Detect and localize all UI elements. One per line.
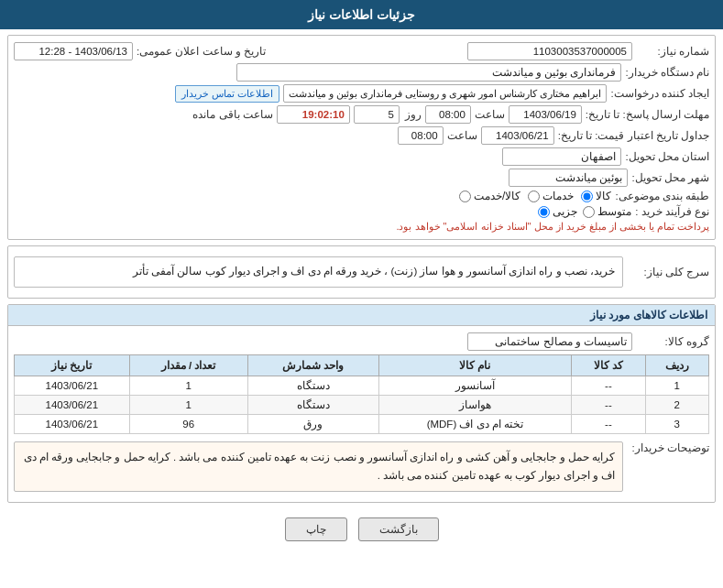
noue-motovaset-label: متوسط — [597, 205, 631, 218]
mohlat-baqi-label: ساعت باقی مانده — [192, 108, 272, 121]
row-ostan: استان محل تحویل: اصفهان — [14, 147, 709, 166]
ettelaat-section: اطلاعات کالاهای مورد نیاز گروه کالا: تاس… — [7, 304, 716, 503]
row-sarj: سرج کلی نیاز: خرید، نصب و راه اندازی آسا… — [14, 253, 709, 291]
radio-khadamat[interactable] — [528, 191, 540, 202]
radio-kala-khadamat[interactable] — [459, 191, 471, 202]
ostan-value: اصفهان — [502, 147, 621, 166]
row-shahr: شهر محل تحویل: بوئین میاندشت — [14, 169, 709, 187]
radio-motovaset[interactable] — [583, 206, 595, 218]
mohlat-baqi: 19:02:10 — [277, 105, 350, 124]
table-row: 2--هواسازدستگاه11403/06/21 — [15, 395, 709, 414]
mohlat-roz: 5 — [354, 105, 400, 124]
print-button[interactable]: چاپ — [285, 517, 347, 541]
jadeol-label: جداول تاریخ اعتبار قیمت: تا تاریخ: — [558, 129, 709, 142]
ijad-konande-value: ابراهیم مختاری کارشناس امور شهری و روستا… — [283, 84, 608, 103]
page-container: جزئیات اطلاعات نیاز شماره نیاز: 11030035… — [0, 0, 723, 588]
radio-khadamat-label: خدمات — [542, 190, 574, 202]
row-grooh: گروه کالا: تاسیسات و مصالح ساختمانی — [14, 332, 709, 351]
col-tarikh: تاریخ نیاز — [15, 354, 130, 376]
jadeol-date: 1403/06/21 — [481, 126, 554, 145]
sarj-value: خرید، نصب و راه اندازی آسانسور و هوا ساز… — [14, 256, 623, 288]
tarikh-value: 1403/06/13 - 12:28 — [14, 42, 133, 60]
back-button[interactable]: بازگشت — [358, 517, 439, 541]
grooh-value: تاسیسات و مصالح ساختمانی — [467, 332, 632, 351]
table-row: 3--تخته ام دی اف (MDF)ورق961403/06/21 — [15, 414, 709, 433]
saet-label: ساعت — [475, 108, 505, 121]
radio-kala[interactable] — [581, 191, 593, 202]
sarj-label: سرج کلی نیاز: — [627, 266, 709, 278]
radio-jozii[interactable] — [538, 206, 550, 218]
radio-khadamat-item: خدمات — [528, 190, 574, 202]
nam-dastgah-label: نام دستگاه خریدار: — [625, 66, 709, 79]
noue-motovaset-item: متوسط — [583, 205, 631, 218]
shahr-value: بوئین میاندشت — [509, 169, 628, 187]
row-tozihaat: توضیحات خریدار: کرایه حمل و جابجایی و آه… — [14, 438, 709, 495]
mohlat-label: مهلت ارسال پاسخ: تا تاریخ: — [586, 108, 709, 121]
kala-table-wrap: ردیف کد کالا نام کالا واحد شمارش تعداد /… — [14, 354, 709, 434]
jadeol-saet: 08:00 — [398, 126, 444, 145]
ettelaat-tamas-button[interactable]: اطلاعات تماس خریدار — [175, 85, 279, 103]
shahr-label: شهر محل تحویل: — [631, 171, 709, 184]
mohlat-date: 1403/06/19 — [509, 105, 582, 124]
tozihaat-label: توضیحات خریدار: — [627, 438, 709, 454]
row-tabaqa: طبقه بندی موضوعی: کالا/خدمت خدمات کالا — [14, 190, 709, 202]
noue-options: متوسط جزیی — [538, 205, 631, 218]
radio-kala-label: کالا — [596, 190, 611, 202]
table-row: 1--آسانسوردستگاه11403/06/21 — [15, 376, 709, 395]
ettelaat-title: اطلاعات کالاهای مورد نیاز — [8, 305, 715, 326]
col-name: نام کالا — [378, 354, 572, 376]
page-header: جزئیات اطلاعات نیاز — [0, 0, 723, 29]
tarikh-label: تاریخ و ساعت اعلان عمومی: — [137, 45, 266, 58]
kala-table: ردیف کد کالا نام کالا واحد شمارش تعداد /… — [14, 354, 709, 434]
noue-jozii-label: جزیی — [553, 205, 577, 218]
col-radif: ردیف — [645, 354, 708, 376]
page-title: جزئیات اطلاعات نیاز — [308, 7, 415, 22]
main-section: شماره نیاز: 1103003537000005 تاریخ و ساع… — [7, 35, 716, 240]
noue-jozii-item: جزیی — [538, 205, 577, 218]
radio-kala-item: کالا — [581, 190, 611, 202]
col-vahed: واحد شمارش — [247, 354, 378, 376]
col-tedad: تعداد / مقدار — [129, 354, 247, 376]
shomara-label: شماره نیاز: — [636, 45, 709, 58]
row-ijad-konande: ایجاد کننده درخواست: ابراهیم مختاری کارش… — [14, 84, 709, 103]
roz-label: روز — [403, 108, 422, 121]
row-noue-farayand: نوع فرآیند خرید : متوسط جزیی — [14, 205, 709, 218]
tabaqa-radio-group: کالا/خدمت خدمات کالا — [459, 190, 611, 202]
tozihaat-value: کرایه حمل و جابجایی و آهن کشی و راه اندا… — [14, 441, 623, 492]
form-fields: شماره نیاز: 1103003537000005 تاریخ و ساع… — [8, 36, 715, 239]
ostan-label: استان محل تحویل: — [625, 150, 709, 163]
col-kod: کد کالا — [572, 354, 645, 376]
shomara-value: 1103003537000005 — [467, 42, 632, 60]
grooh-label: گروه کالا: — [636, 335, 709, 348]
mohlat-saet: 08:00 — [425, 105, 471, 124]
sarj-section: سرج کلی نیاز: خرید، نصب و راه اندازی آسا… — [7, 245, 716, 299]
row-pardakht-note: پرداخت تمام یا بخشی از مبلغ خرید از محل … — [14, 221, 709, 233]
row-mohlat: مهلت ارسال پاسخ: تا تاریخ: 1403/06/19 سا… — [14, 105, 709, 124]
nam-dastgah-value: فرمانداری بوئین و میاندشت — [236, 63, 621, 82]
noue-farayand-label: نوع فرآیند خرید : — [635, 205, 709, 218]
row-nam-dastgah: نام دستگاه خریدار: فرمانداری بوئین و میا… — [14, 63, 709, 82]
radio-kala-khadamat-item: کالا/خدمت — [459, 190, 520, 202]
radio-kala-khadamat-label: کالا/خدمت — [474, 190, 520, 202]
tabaqa-label: طبقه بندی موضوعی: — [615, 190, 709, 202]
sarj-inner: سرج کلی نیاز: خرید، نصب و راه اندازی آسا… — [8, 246, 715, 298]
pardakht-note: پرداخت تمام یا بخشی از مبلغ خرید از محل … — [396, 221, 709, 233]
table-header-row: ردیف کد کالا نام کالا واحد شمارش تعداد /… — [15, 354, 709, 376]
ettelaat-inner: گروه کالا: تاسیسات و مصالح ساختمانی ردیف… — [8, 326, 715, 502]
row-jadeol: جداول تاریخ اعتبار قیمت: تا تاریخ: 1403/… — [14, 126, 709, 145]
bottom-buttons: بازگشت چاپ — [0, 508, 723, 550]
row-shomara-tarikh: شماره نیاز: 1103003537000005 تاریخ و ساع… — [14, 42, 709, 60]
ijad-konande-label: ایجاد کننده درخواست: — [610, 87, 709, 100]
jadeol-saet-label: ساعت — [447, 129, 477, 142]
